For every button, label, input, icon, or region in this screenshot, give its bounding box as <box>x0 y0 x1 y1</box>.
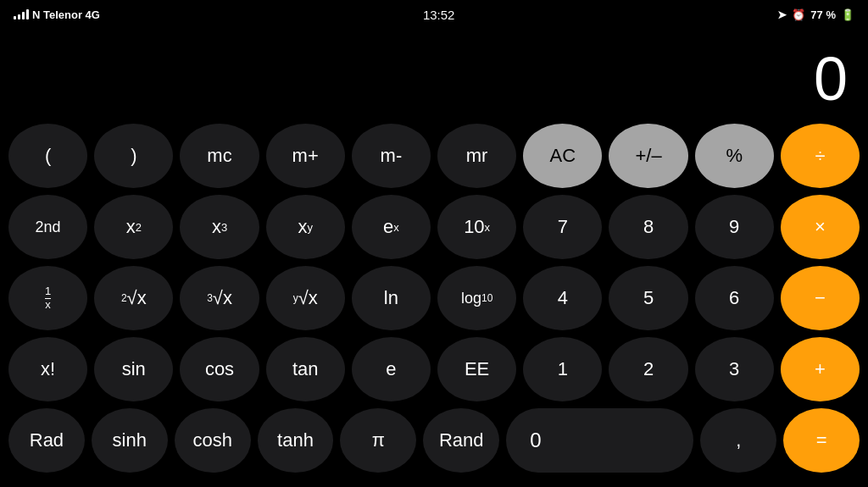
calc-row-0: ()mcm+m-mrAC+/–%÷ <box>8 124 860 188</box>
two-button[interactable]: 2 <box>609 337 687 401</box>
divide-button[interactable]: ÷ <box>781 124 860 188</box>
tan-button[interactable]: tan <box>266 337 345 401</box>
three-button[interactable]: 3 <box>695 337 774 401</box>
ten-to-x-button[interactable]: 10x <box>437 195 516 259</box>
square-root-button[interactable]: 2√x <box>94 266 173 330</box>
add-button[interactable]: + <box>781 337 860 401</box>
euler-button[interactable]: e <box>352 337 431 401</box>
x-cubed-button[interactable]: x3 <box>180 195 259 259</box>
multiply-button[interactable]: × <box>781 195 860 259</box>
calc-row-3: x!sincostaneEE123+ <box>8 337 860 401</box>
open-paren-button[interactable]: ( <box>8 124 87 188</box>
calc-row-4: RadsinhcoshtanhπRand0,= <box>8 408 860 473</box>
eight-button[interactable]: 8 <box>609 195 687 259</box>
signal-bars <box>14 9 29 19</box>
time-label: 13:52 <box>423 8 455 22</box>
plus-minus-button[interactable]: +/– <box>609 124 687 188</box>
nine-button[interactable]: 9 <box>695 195 774 259</box>
subtract-button[interactable]: − <box>781 266 860 330</box>
ee-button[interactable]: EE <box>437 337 516 401</box>
status-bar: N Telenor 4G 13:52 ➤ ⏰ 77 % 🔋 <box>0 0 868 27</box>
rand-button[interactable]: Rand <box>423 408 499 473</box>
carrier-label: N Telenor 4G <box>32 8 100 21</box>
battery-icon: 🔋 <box>841 8 854 21</box>
log10-button[interactable]: log10 <box>437 266 516 330</box>
y-root-button[interactable]: y√x <box>266 266 345 330</box>
factorial-button[interactable]: x! <box>8 337 87 401</box>
sinh-button[interactable]: sinh <box>92 408 168 473</box>
e-to-x-button[interactable]: ex <box>352 195 431 259</box>
six-button[interactable]: 6 <box>695 266 774 330</box>
five-button[interactable]: 5 <box>609 266 687 330</box>
mr-button[interactable]: mr <box>437 124 516 188</box>
signal-bar-1 <box>14 16 16 19</box>
one-button[interactable]: 1 <box>523 337 602 401</box>
x-to-y-button[interactable]: xy <box>266 195 345 259</box>
location-icon: ➤ <box>777 8 787 21</box>
one-over-x-button[interactable]: 1x <box>8 266 87 330</box>
pi-button[interactable]: π <box>340 408 416 473</box>
ac-button[interactable]: AC <box>523 124 602 188</box>
x-squared-button[interactable]: x2 <box>94 195 173 259</box>
battery-label: 77 % <box>810 8 836 21</box>
alarm-icon: ⏰ <box>792 8 805 21</box>
cos-button[interactable]: cos <box>180 337 259 401</box>
calculator-grid: ()mcm+m-mrAC+/–%÷2ndx2x3xyex10x789×1x2√x… <box>0 120 868 479</box>
status-right: ➤ ⏰ 77 % 🔋 <box>777 8 854 21</box>
display-value: 0 <box>814 44 848 113</box>
second-button[interactable]: 2nd <box>8 195 87 259</box>
sin-button[interactable]: sin <box>94 337 173 401</box>
signal-bar-3 <box>22 12 25 19</box>
ln-button[interactable]: ln <box>352 266 431 330</box>
seven-button[interactable]: 7 <box>523 195 602 259</box>
calc-row-2: 1x2√x3√xy√xlnlog10456− <box>8 266 860 330</box>
m-plus-button[interactable]: m+ <box>266 124 345 188</box>
rad-button[interactable]: Rad <box>8 408 85 473</box>
mc-button[interactable]: mc <box>180 124 259 188</box>
signal-bar-2 <box>18 14 20 19</box>
cube-root-button[interactable]: 3√x <box>180 266 259 330</box>
close-paren-button[interactable]: ) <box>94 124 173 188</box>
equals-button[interactable]: = <box>783 408 860 473</box>
percent-button[interactable]: % <box>695 124 774 188</box>
cosh-button[interactable]: cosh <box>175 408 251 473</box>
calc-row-1: 2ndx2x3xyex10x789× <box>8 195 860 259</box>
m-minus-button[interactable]: m- <box>352 124 431 188</box>
signal-bar-4 <box>26 9 29 19</box>
display: 0 <box>0 27 868 120</box>
tanh-button[interactable]: tanh <box>258 408 334 473</box>
decimal-button[interactable]: , <box>700 408 776 473</box>
four-button[interactable]: 4 <box>523 266 602 330</box>
status-left: N Telenor 4G <box>14 8 100 21</box>
zero-button[interactable]: 0 <box>506 408 693 473</box>
